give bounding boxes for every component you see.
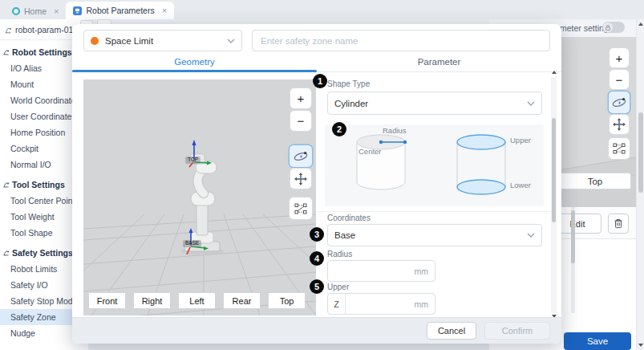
- shape-type-value: Cylinder: [334, 99, 527, 108]
- active-tab-underline: [72, 70, 317, 72]
- project-name: robot-param-01: [15, 25, 73, 35]
- background-inner-scrollbar[interactable]: [571, 207, 575, 313]
- coordinates-select[interactable]: Base: [327, 224, 542, 246]
- tab-home[interactable]: Home ×: [5, 2, 66, 19]
- upper-input[interactable]: [346, 294, 415, 314]
- chevron-down-icon: [227, 39, 235, 43]
- scrollbar-thumb[interactable]: [638, 112, 643, 193]
- tab-robot-parameters[interactable]: Robot Parameters ×: [66, 2, 174, 19]
- bg-measure-button[interactable]: [609, 138, 630, 159]
- measure-icon: [613, 143, 626, 154]
- save-button[interactable]: Save: [564, 332, 631, 350]
- robot-3d-viewport[interactable]: TCP BASE + − Front Right Left Rear Top: [83, 79, 316, 315]
- close-icon[interactable]: ×: [54, 6, 59, 16]
- coordinates-label: Coordinates: [327, 214, 371, 222]
- orbit-icon: [293, 150, 309, 163]
- scroll-up-icon[interactable]: [638, 22, 643, 26]
- tab-home-label: Home: [24, 6, 47, 16]
- view-right-button[interactable]: Right: [133, 292, 171, 309]
- orbit-icon: [611, 96, 627, 109]
- page-scrollbar[interactable]: [636, 19, 644, 350]
- browser-tab-bar: Home × Robot Parameters ×: [0, 0, 644, 19]
- diagram-radius-label: Radius: [383, 126, 407, 135]
- annotation-marker-3: 3: [310, 227, 324, 242]
- tab-parameter[interactable]: Parameter: [317, 51, 561, 71]
- robot-arm-icon: [2, 48, 10, 55]
- view-top-button[interactable]: Top: [268, 292, 306, 309]
- measure-button[interactable]: [290, 197, 312, 219]
- robot-scene: [83, 79, 316, 315]
- close-icon[interactable]: ×: [162, 6, 167, 15]
- cylinder-diagram: Radius Center Upper Lower: [325, 124, 544, 206]
- view-rear-button[interactable]: Rear: [223, 292, 261, 309]
- panel-scrollbar[interactable]: [551, 77, 557, 313]
- trash-icon: [614, 218, 623, 229]
- robot-arm-icon: [2, 249, 10, 256]
- coordinates-value: Base: [334, 230, 527, 240]
- cancel-button[interactable]: Cancel: [427, 322, 476, 340]
- tab-robot-parameters-label: Robot Parameters: [86, 6, 154, 15]
- view-left-button[interactable]: Left: [178, 292, 216, 309]
- zoom-in-button[interactable]: +: [290, 88, 311, 108]
- confirm-button[interactable]: Confirm: [484, 322, 550, 340]
- upper-label: Upper: [327, 283, 349, 291]
- plus-icon: +: [616, 52, 623, 64]
- annotation-marker-2: 2: [332, 122, 346, 136]
- measure-icon: [294, 203, 307, 214]
- minus-icon: −: [616, 74, 623, 86]
- toggle-knob: [603, 22, 613, 32]
- shape-type-label: Shape Type: [327, 79, 370, 88]
- lock-icon: [605, 24, 611, 31]
- safety-zone-modal: Space Limit Geometry Parameter: [72, 24, 561, 344]
- view-buttons-row: Front Right Left Rear Top: [88, 292, 306, 309]
- upper-axis: Z: [328, 294, 346, 314]
- robot-arm-icon: [2, 181, 10, 188]
- minus-icon: −: [298, 115, 305, 127]
- robot-arm-icon: [4, 26, 12, 34]
- robot-parameters-tab-icon: [73, 6, 82, 15]
- view-front-button[interactable]: Front: [88, 292, 126, 309]
- diagram-lower-label: Lower: [510, 181, 531, 189]
- diagram-center-label: Center: [358, 147, 382, 156]
- bg-top-view-button[interactable]: Top: [559, 173, 631, 189]
- settings-lock-toggle[interactable]: [602, 22, 625, 33]
- upper-input-group: Z mm: [327, 293, 435, 315]
- delete-button[interactable]: [608, 214, 629, 234]
- annotation-marker-4: 4: [310, 251, 324, 266]
- annotation-marker-5: 5: [310, 279, 324, 294]
- scroll-down-icon[interactable]: [638, 344, 643, 347]
- radius-unit: mm: [415, 267, 435, 276]
- home-tab-icon: [12, 7, 20, 15]
- section-title: Tool Settings: [12, 180, 65, 189]
- zone-type-select[interactable]: Space Limit: [83, 30, 242, 51]
- orbit-button[interactable]: [290, 145, 312, 167]
- scrollbar-thumb[interactable]: [552, 118, 556, 222]
- diagram-upper-label: Upper: [510, 136, 531, 144]
- section-title: Robot Settings: [12, 47, 72, 57]
- radius-input-group: mm: [327, 260, 435, 282]
- bg-zoom-in-button[interactable]: +: [610, 48, 629, 67]
- radius-input[interactable]: [328, 261, 415, 281]
- modal-footer: Cancel Confirm: [72, 317, 561, 344]
- pan-icon: [294, 173, 307, 185]
- pan-button[interactable]: [290, 169, 311, 189]
- base-frame-label: BASE: [183, 240, 201, 247]
- bg-pan-button[interactable]: [610, 115, 629, 134]
- safety-zone-name-input[interactable]: [252, 30, 550, 51]
- shape-type-select[interactable]: Cylinder: [327, 92, 542, 115]
- divider: [317, 211, 552, 212]
- chevron-down-icon: [527, 101, 535, 106]
- radius-label: Radius: [327, 250, 352, 258]
- bg-zoom-out-button[interactable]: −: [610, 70, 629, 89]
- upper-unit: mm: [415, 299, 435, 309]
- zoom-out-button[interactable]: −: [290, 111, 311, 131]
- tcp-frame-label: TCP: [185, 157, 200, 164]
- scroll-up-icon[interactable]: [552, 71, 557, 74]
- pan-icon: [613, 118, 626, 131]
- application-window: Home × Robot Parameters × robot-param-01…: [0, 0, 644, 350]
- chevron-down-icon: [527, 233, 535, 238]
- tab-geometry[interactable]: Geometry: [72, 51, 317, 71]
- scrollbar-thumb[interactable]: [571, 210, 575, 263]
- plus-icon: +: [298, 92, 305, 104]
- bg-orbit-button[interactable]: [609, 92, 630, 113]
